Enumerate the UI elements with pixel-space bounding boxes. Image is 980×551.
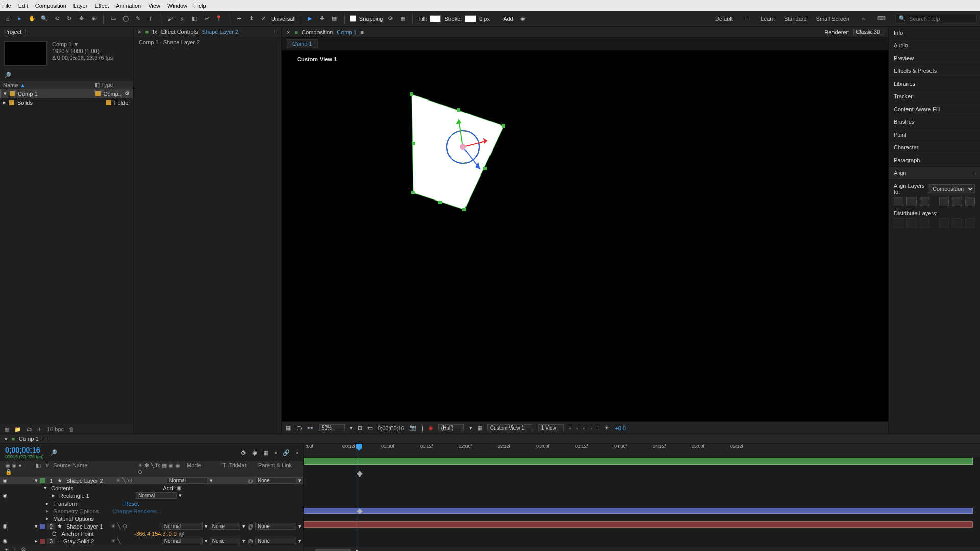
panel-align[interactable]: Align: [894, 170, 906, 176]
layer-bar-3[interactable]: [304, 521, 973, 528]
axis-world-icon[interactable]: ⬍: [247, 14, 256, 23]
resolution-select[interactable]: (Half): [438, 424, 464, 431]
layer-row-1[interactable]: ◉ ▾1 ★Shape Layer 2 ☀ ╲ ⊙ Normal▾ @None▾: [0, 477, 303, 484]
panel-tracker[interactable]: Tracker: [889, 90, 980, 103]
panel-preview[interactable]: Preview: [889, 52, 980, 65]
menu-file[interactable]: File: [2, 3, 11, 9]
view-icon[interactable]: ▫: [569, 425, 571, 431]
magnify-icon[interactable]: ▦: [286, 424, 291, 431]
panel-menu-icon[interactable]: ≡: [972, 170, 975, 176]
snapping-checkbox[interactable]: [350, 15, 356, 22]
zoom-slider[interactable]: [315, 549, 351, 551]
bpc-label[interactable]: 16 bpc: [47, 426, 64, 432]
tl-opt-icon[interactable]: 🔗: [283, 449, 290, 456]
project-search-icon[interactable]: 🔎: [4, 72, 11, 78]
align-right-button[interactable]: [920, 197, 929, 206]
align-left-button[interactable]: [894, 197, 903, 206]
view-icon[interactable]: ▫: [597, 425, 599, 431]
panel-menu-icon[interactable]: ≡: [24, 29, 28, 35]
panel-menu-icon[interactable]: ≡: [43, 436, 46, 442]
text-tool-icon[interactable]: T: [145, 14, 155, 23]
stroke-swatch[interactable]: [465, 15, 476, 22]
layer-bar-1[interactable]: [304, 458, 973, 465]
prop-transform[interactable]: ▸ Transform Reset: [0, 499, 303, 507]
zoom-select[interactable]: 50%: [319, 424, 345, 431]
layer-bar-2[interactable]: [304, 508, 973, 514]
workspace-standard[interactable]: Standard: [784, 16, 807, 22]
menu-layer[interactable]: Layer: [74, 3, 88, 9]
type-column[interactable]: Type: [101, 82, 113, 88]
panel-paint[interactable]: Paint: [889, 129, 980, 141]
label-column-icon[interactable]: ◧: [94, 82, 100, 88]
panel-libraries[interactable]: Libraries: [889, 78, 980, 90]
current-timecode[interactable]: 0;00;00;16: [5, 446, 44, 454]
footer-icon[interactable]: ✈: [37, 426, 42, 433]
axis-local-icon[interactable]: ⬌: [234, 14, 243, 23]
timeline-icon[interactable]: ▦: [330, 14, 339, 23]
trash-icon[interactable]: 🗑: [69, 426, 75, 432]
viewer-time[interactable]: 0;00;00;16: [378, 425, 404, 431]
panel-menu-icon[interactable]: ≡: [361, 29, 364, 35]
tl-opt-icon[interactable]: ▫: [275, 449, 277, 456]
tl-opt-icon[interactable]: ▫: [296, 449, 298, 456]
stroke-width[interactable]: 0 px: [479, 16, 490, 22]
workspace-menu-icon[interactable]: ≡: [742, 14, 751, 23]
prop-rectangle[interactable]: ◉▸ Rectangle 1 Normal▾: [0, 492, 303, 499]
menu-composition[interactable]: Composition: [35, 3, 66, 9]
transparency-icon[interactable]: ▦: [477, 424, 482, 431]
panel-brushes[interactable]: Brushes: [889, 116, 980, 129]
add-content-icon[interactable]: ◉: [177, 485, 182, 491]
workspace-small[interactable]: Small Screen: [816, 16, 849, 22]
view-icon[interactable]: ▫: [576, 425, 578, 431]
search-help-box[interactable]: 🔍 Search Help: [895, 14, 977, 23]
timeline-tab[interactable]: Comp 1: [19, 436, 39, 442]
tl-opt-icon[interactable]: ⚙: [241, 449, 246, 456]
menu-animation[interactable]: Animation: [116, 3, 141, 9]
views-select[interactable]: 1 View: [538, 424, 564, 431]
mask-icon[interactable]: 👓: [307, 424, 314, 431]
comp-settings-icon[interactable]: ⚙: [125, 90, 130, 97]
toggle-switches-icon[interactable]: ▫: [14, 546, 16, 551]
align-vcenter-button[interactable]: [952, 197, 962, 206]
col-parent[interactable]: Parent & Link: [255, 462, 301, 475]
footer-icon[interactable]: 📁: [14, 426, 21, 433]
align-target-select[interactable]: Composition: [928, 184, 975, 193]
effect-controls-tab[interactable]: Effect Controls: [161, 29, 198, 35]
add-shape-icon[interactable]: ◉: [518, 14, 527, 23]
panel-content-aware[interactable]: Content-Aware Fill: [889, 103, 980, 116]
keyframe-marker[interactable]: [357, 471, 362, 477]
timeline-search-icon[interactable]: 🔎: [50, 449, 57, 456]
menu-edit[interactable]: Edit: [18, 3, 28, 9]
grid-icon[interactable]: ⊞: [358, 424, 362, 431]
viewer-canvas[interactable]: Custom View 1: [282, 50, 888, 421]
timeline-track-area[interactable]: :00f 00:12f 01:00f 01:12f 02:00f 02:12f …: [304, 444, 980, 551]
home-icon[interactable]: ⌂: [3, 14, 12, 23]
panel-character[interactable]: Character: [889, 141, 980, 154]
view-icon[interactable]: ▫: [583, 425, 585, 431]
axis-view-icon[interactable]: ⤢: [259, 14, 268, 23]
time-ruler[interactable]: :00f 00:12f 01:00f 01:12f 02:00f 02:12f …: [304, 444, 980, 457]
brush-tool-icon[interactable]: 🖌: [165, 14, 175, 23]
zoom-in-icon[interactable]: ▲: [354, 547, 360, 551]
comp-thumbnail[interactable]: [4, 41, 47, 66]
pan-behind-tool-icon[interactable]: ✥: [77, 14, 86, 23]
pen-tool-icon[interactable]: ✎: [133, 14, 142, 23]
puppet-tool-icon[interactable]: 📍: [214, 14, 224, 23]
composition-tab[interactable]: Composition: [302, 29, 333, 35]
tl-opt-icon[interactable]: ◉: [252, 449, 257, 456]
renderer-select[interactable]: Classic 3D: [853, 29, 883, 35]
viewer-subtab[interactable]: Comp 1: [287, 39, 318, 48]
guides-icon[interactable]: ▭: [368, 424, 373, 431]
prop-contents[interactable]: ▾ Contents Add: ◉: [0, 484, 303, 492]
snapshot-icon[interactable]: 📷: [409, 424, 416, 431]
panel-audio[interactable]: Audio: [889, 39, 980, 52]
menu-effect[interactable]: Effect: [94, 3, 109, 9]
add-frame-icon[interactable]: ✚: [317, 14, 327, 23]
panel-menu-icon[interactable]: ≡: [274, 29, 277, 35]
name-column[interactable]: Name: [3, 82, 18, 88]
project-item-solids[interactable]: ▸ Solids Folder: [0, 98, 133, 107]
col-trkmat[interactable]: T .TrkMat: [219, 462, 255, 475]
ellipse-tool-icon[interactable]: ◯: [121, 14, 130, 23]
panel-paragraph[interactable]: Paragraph: [889, 154, 980, 167]
camera-select[interactable]: Custom View 1: [487, 424, 533, 431]
